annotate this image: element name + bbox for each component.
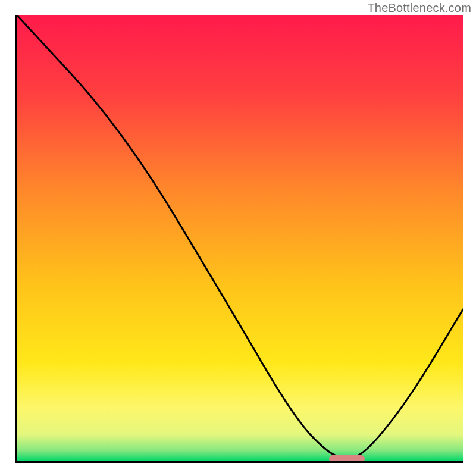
watermark-text: TheBottleneck.com xyxy=(367,1,471,15)
plot-area xyxy=(15,15,463,463)
bottleneck-curve xyxy=(17,15,463,461)
optimal-range-marker xyxy=(329,455,365,462)
bottleneck-chart: TheBottleneck.com xyxy=(0,0,476,476)
